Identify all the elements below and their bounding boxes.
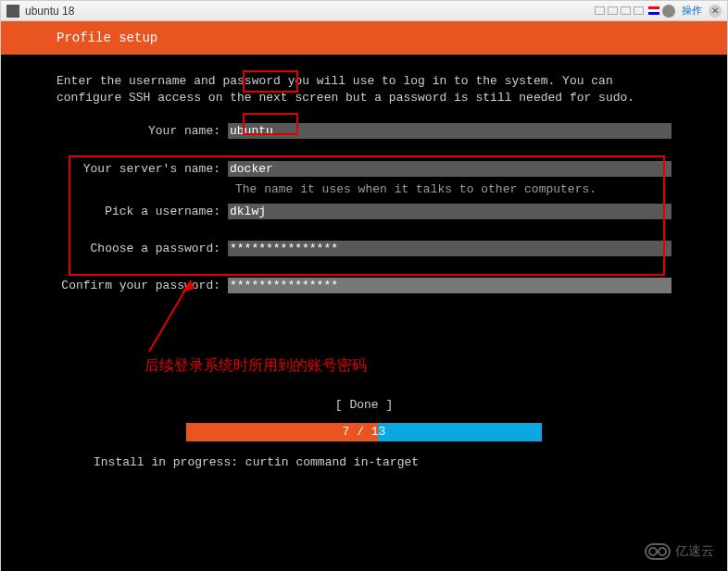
- terminal-area: Profile setup Enter the username and pas…: [1, 21, 727, 571]
- annotation-text: 后续登录系统时所用到的账号密码: [144, 356, 367, 376]
- vm-icon: [6, 5, 19, 18]
- name-input[interactable]: ubuntu: [228, 123, 672, 139]
- progress-text: 7 / 13: [186, 423, 542, 441]
- server-input[interactable]: docker: [228, 161, 672, 177]
- watermark-text: 亿速云: [675, 543, 714, 560]
- close-icon[interactable]: ✕: [709, 5, 722, 18]
- page-title: Profile setup: [56, 31, 157, 45]
- watermark: 亿速云: [645, 543, 714, 560]
- password-input[interactable]: ***************: [228, 241, 672, 256]
- installer-header: Profile setup: [1, 21, 727, 55]
- password-label: Choose a password:: [56, 241, 228, 257]
- username-label: Pick a username:: [56, 204, 228, 220]
- window-titlebar: ubuntu 18 操作 ✕: [1, 1, 727, 21]
- gear-icon[interactable]: [662, 5, 675, 18]
- screen-icon-2[interactable]: [608, 6, 618, 15]
- name-label: Your name:: [56, 123, 228, 140]
- flag-icon: [648, 6, 659, 15]
- install-status: Install in progress: curtin command in-t…: [56, 454, 672, 471]
- server-label: Your server's name:: [56, 161, 228, 178]
- confirm-input[interactable]: ***************: [228, 278, 672, 293]
- confirm-label: Confirm your password:: [56, 278, 228, 294]
- server-help: The name it uses when it talks to other …: [235, 181, 672, 198]
- screen-icon-4[interactable]: [634, 6, 644, 15]
- titlebar-controls: 操作 ✕: [595, 4, 722, 18]
- screen-icon-3[interactable]: [621, 6, 631, 15]
- username-input[interactable]: dklwj: [228, 204, 672, 219]
- action-menu[interactable]: 操作: [682, 4, 702, 18]
- watermark-icon: [645, 543, 671, 560]
- window-title: ubuntu 18: [25, 5, 74, 18]
- progress-bar: 7 / 13: [186, 423, 542, 441]
- description-text: Enter the username and password you will…: [56, 73, 672, 106]
- done-button[interactable]: [ Done ]: [56, 397, 672, 414]
- screen-icon-1[interactable]: [595, 6, 605, 15]
